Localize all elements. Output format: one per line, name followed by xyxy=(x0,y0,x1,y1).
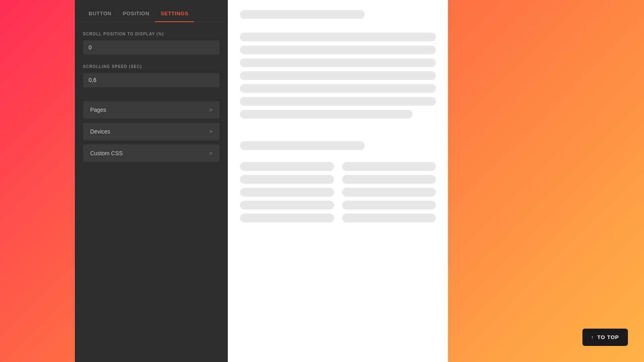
skeleton-bar xyxy=(240,201,334,210)
chevron-right-icon: > xyxy=(209,150,213,156)
skeleton-bar xyxy=(240,175,334,184)
skeleton-bar xyxy=(240,97,436,106)
chevron-right-icon: > xyxy=(209,107,213,113)
scrolling-speed-label: SCROLLING SPEED (SEC) xyxy=(83,64,220,69)
left-strip xyxy=(0,0,37,362)
chevron-right-icon: > xyxy=(209,128,213,135)
expand-row-devices[interactable]: Devices > xyxy=(83,123,220,140)
scroll-position-label: SCROLL POSITION TO DISPLAY (%) xyxy=(83,32,220,36)
right-strip xyxy=(448,0,644,362)
two-col-row xyxy=(240,162,436,226)
skeleton-bar xyxy=(240,84,436,93)
skeleton-bar xyxy=(240,141,365,150)
tab-button[interactable]: BUTTON xyxy=(83,6,117,22)
main-content-area xyxy=(228,0,448,362)
skeleton-bar xyxy=(342,201,436,210)
skeleton-bar xyxy=(240,71,436,80)
custom-css-label: Custom CSS xyxy=(90,150,123,156)
scroll-position-input[interactable] xyxy=(83,40,220,55)
pages-label: Pages xyxy=(90,107,106,113)
devices-label: Devices xyxy=(90,128,110,135)
scrolling-speed-input[interactable] xyxy=(83,73,220,87)
col-left xyxy=(240,162,334,226)
tab-settings[interactable]: SETTINGS xyxy=(155,6,194,22)
skeleton-bar xyxy=(342,214,436,222)
col-right xyxy=(342,162,436,226)
skeleton-bar xyxy=(342,175,436,184)
skeleton-bar xyxy=(240,214,334,222)
section-gap xyxy=(240,125,436,141)
tab-position[interactable]: POSITION xyxy=(117,6,155,22)
skeleton-bar xyxy=(240,58,436,67)
expand-row-pages[interactable]: Pages > xyxy=(83,101,220,119)
expand-row-custom-css[interactable]: Custom CSS > xyxy=(83,144,220,162)
tabs-bar: BUTTON POSITION SETTINGS xyxy=(75,0,228,22)
skeleton-bar xyxy=(240,10,365,19)
skeleton-bar xyxy=(240,45,436,54)
settings-content: SCROLL POSITION TO DISPLAY (%) SCROLLING… xyxy=(75,22,228,362)
skeleton-bar xyxy=(240,110,413,119)
sidebar-panel: BUTTON POSITION SETTINGS SCROLL POSITION… xyxy=(75,0,228,362)
skeleton-bar xyxy=(240,188,334,197)
skeleton-bar xyxy=(240,33,436,41)
skeleton-bar xyxy=(240,162,334,171)
skeleton-bar xyxy=(342,162,436,171)
skeleton-bar xyxy=(342,188,436,197)
